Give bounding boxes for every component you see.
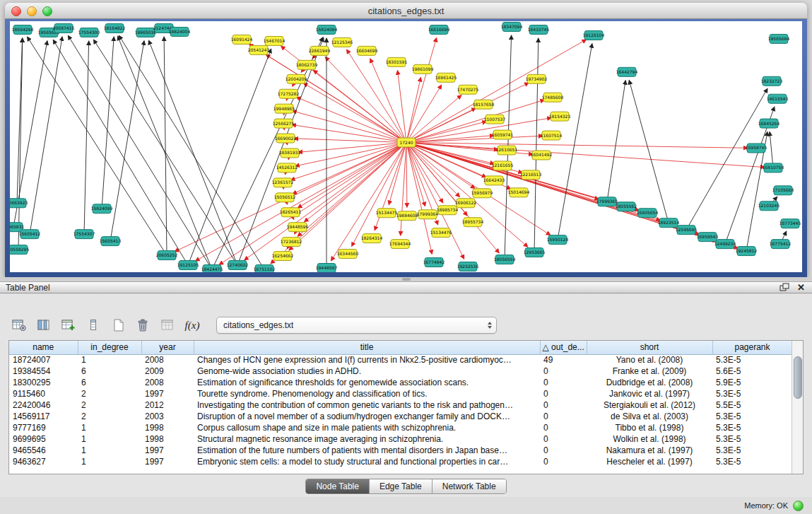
- graph-node[interactable]: 16845264: [758, 119, 780, 128]
- graph-node[interactable]: 16775412: [770, 240, 792, 249]
- graph-node[interactable]: 17554307: [73, 230, 95, 239]
- graph-node[interactable]: 14526312: [276, 163, 298, 173]
- graph-node[interactable]: 16410745: [528, 25, 550, 34]
- graph-node[interactable]: 15950128: [547, 235, 569, 245]
- graph-node[interactable]: 18381931: [279, 148, 301, 158]
- table-cell[interactable]: Nakamura et al. (1997): [587, 445, 712, 456]
- table-cell[interactable]: 2: [78, 411, 141, 422]
- table-cell[interactable]: 2008: [141, 354, 194, 366]
- graph-node[interactable]: 18062739: [296, 60, 318, 69]
- scrollbar-thumb[interactable]: [794, 356, 802, 399]
- table-cell[interactable]: 1997: [141, 445, 194, 456]
- table-cell[interactable]: 0: [540, 433, 587, 445]
- table-row[interactable]: 911546021997Tourette syndrome. Phenomeno…: [9, 388, 792, 399]
- column-header-2[interactable]: year: [141, 341, 194, 354]
- graph-node[interactable]: 12361572: [272, 178, 294, 187]
- table-cell[interactable]: Embryonic stem cells: a model to study s…: [194, 456, 540, 467]
- import-table-button[interactable]: [8, 316, 30, 334]
- table-cell[interactable]: 5.5E-5: [712, 399, 792, 411]
- graph-node[interactable]: 16810758: [763, 163, 784, 173]
- graph-node[interactable]: 17694344: [389, 240, 411, 249]
- graph-node[interactable]: 12103245: [758, 201, 780, 211]
- create-column-button[interactable]: [58, 316, 79, 334]
- graph-node[interactable]: 17554300: [78, 28, 100, 37]
- narrow-column-button[interactable]: [83, 316, 104, 334]
- tab-network-table[interactable]: Network Table: [432, 479, 506, 493]
- graph-node[interactable]: 19734902: [526, 74, 548, 83]
- table-cell[interactable]: 5.3E-5: [712, 456, 792, 467]
- graph-node[interactable]: 17999364: [417, 210, 439, 219]
- table-cell[interactable]: 2009: [141, 366, 194, 377]
- tab-node-table[interactable]: Node Table: [306, 479, 369, 493]
- delete-table-button[interactable]: [157, 316, 178, 334]
- minimize-window-button[interactable]: [27, 6, 37, 16]
- table-row[interactable]: 1830029562008Estimation of significance …: [9, 377, 792, 388]
- table-cell[interactable]: 1: [78, 445, 141, 456]
- zoom-window-button[interactable]: [42, 6, 52, 16]
- graph-node[interactable]: 19884608: [396, 211, 418, 221]
- graph-node[interactable]: 15134476: [430, 228, 452, 238]
- graph-node[interactable]: 18347094: [501, 22, 523, 31]
- graph-node[interactable]: 15056512: [274, 193, 296, 202]
- table-cell[interactable]: Franke et al. (2009): [587, 366, 712, 377]
- graph-node[interactable]: 16905654: [637, 209, 659, 218]
- graph-node[interactable]: 16059741: [492, 130, 514, 139]
- graph-node[interactable]: 16091424: [231, 35, 253, 44]
- table-cell[interactable]: 18300295: [9, 377, 78, 388]
- graph-node[interactable]: 12610651: [496, 146, 518, 155]
- graph-node[interactable]: 15134475: [376, 209, 398, 218]
- table-cell[interactable]: 9777169: [9, 422, 78, 433]
- graph-node[interactable]: 19448596: [287, 223, 309, 232]
- table-cell[interactable]: Changes of HCN gene expression and I(f) …: [194, 354, 540, 366]
- graph-node[interactable]: 16751102: [254, 265, 276, 272]
- graph-node[interactable]: 18265411: [280, 208, 302, 217]
- graph-node[interactable]: 18264314: [361, 234, 383, 243]
- graph-node[interactable]: 16344560: [337, 250, 359, 259]
- table-cell[interactable]: 5.9E-5: [712, 377, 792, 388]
- table-cell[interactable]: 9699695: [9, 433, 78, 445]
- graph-node[interactable]: 16642433: [483, 176, 505, 185]
- table-cell[interactable]: Corpus callosum shape and size in male p…: [194, 422, 540, 433]
- table-row[interactable]: 2242004622012Investigating the contribut…: [9, 399, 792, 411]
- graph-node[interactable]: 18232723: [761, 76, 783, 86]
- table-cell[interactable]: Hescheler et al. (1997): [587, 456, 712, 467]
- table-cell[interactable]: 5.3E-5: [712, 411, 792, 422]
- table-cell[interactable]: 2003: [141, 411, 194, 422]
- graph-node[interactable]: 15958745: [746, 144, 767, 153]
- graph-node[interactable]: 12953665: [524, 248, 546, 257]
- graph-node[interactable]: 12161655: [492, 161, 514, 170]
- graph-node[interactable]: 18955734: [462, 218, 484, 227]
- column-header-3[interactable]: title: [194, 341, 540, 354]
- graph-node[interactable]: 16254662: [272, 252, 294, 261]
- graph-node[interactable]: 17470275: [457, 85, 479, 94]
- new-document-button[interactable]: [107, 316, 129, 334]
- graph-node[interactable]: 16616699: [428, 25, 450, 34]
- graph-node[interactable]: 22861949: [309, 46, 331, 55]
- graph-node[interactable]: 18154323: [549, 112, 571, 121]
- table-cell[interactable]: de Silva et al. (2003): [587, 411, 712, 422]
- table-cell[interactable]: 2: [78, 388, 141, 399]
- close-window-button[interactable]: [11, 6, 21, 16]
- graph-node[interactable]: 11607514: [541, 131, 563, 140]
- graph-node[interactable]: 20541247: [248, 45, 270, 54]
- graph-node[interactable]: 18985734: [437, 206, 459, 215]
- table-row[interactable]: 946554611997Estimation of the future num…: [9, 445, 792, 456]
- graph-node[interactable]: 18301591: [386, 57, 408, 66]
- table-cell[interactable]: 2008: [141, 377, 194, 388]
- table-cell[interactable]: 9465546: [9, 445, 78, 456]
- graph-node[interactable]: 20663923: [10, 199, 28, 208]
- show-columns-button[interactable]: [33, 316, 54, 334]
- table-cell[interactable]: 1997: [141, 388, 194, 399]
- table-cell[interactable]: 6: [78, 366, 141, 377]
- graph-node[interactable]: 16604699: [356, 46, 378, 55]
- table-cell[interactable]: 5.6E-5: [712, 366, 792, 377]
- graph-node[interactable]: 18923514: [658, 218, 680, 228]
- table-cell[interactable]: 14569117: [9, 411, 78, 422]
- graph-node[interactable]: 15605413: [100, 237, 122, 246]
- graph-node[interactable]: 11007537: [484, 115, 506, 124]
- table-cell[interactable]: 5.3E-5: [712, 388, 792, 399]
- graph-node[interactable]: 20605252: [156, 251, 178, 260]
- graph-node[interactable]: 18056559: [494, 255, 516, 264]
- graph-node[interactable]: 12499234: [714, 240, 736, 249]
- graph-node[interactable]: 19948965: [273, 104, 295, 113]
